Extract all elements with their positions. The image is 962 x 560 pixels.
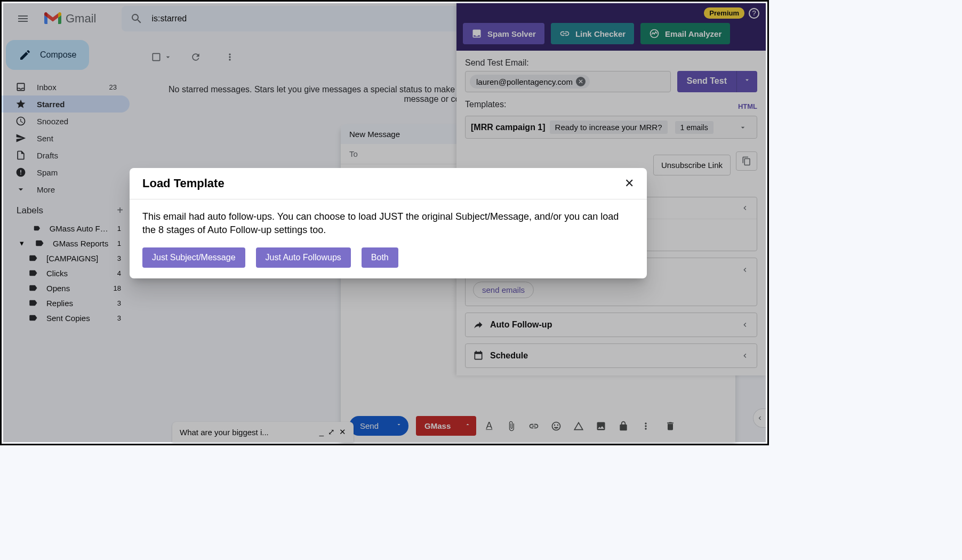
modal-title: Load Template: [142, 177, 225, 190]
just-followups-button[interactable]: Just Auto Followups: [256, 247, 351, 268]
load-template-modal: Load Template ✕ This email had auto foll…: [130, 168, 647, 278]
modal-text: This email had auto follow-ups. You can …: [142, 210, 634, 237]
both-button[interactable]: Both: [362, 247, 398, 268]
modal-close-button[interactable]: ✕: [624, 177, 634, 190]
just-subject-button[interactable]: Just Subject/Message: [142, 247, 245, 268]
